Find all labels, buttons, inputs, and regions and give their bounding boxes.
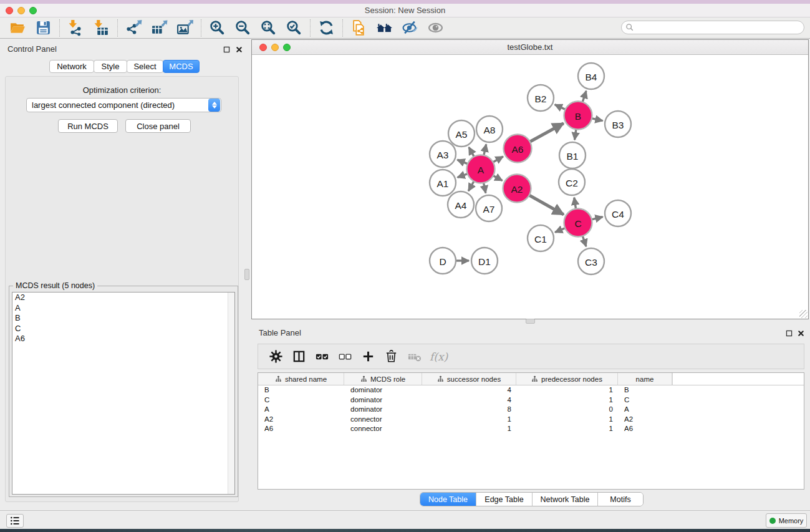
task-history-button[interactable] (6, 514, 24, 528)
tab-network-table[interactable]: Network Table (533, 493, 598, 506)
cell-MCDS-role[interactable]: dominator (344, 385, 422, 395)
cell-successor-nodes[interactable]: 1 (422, 424, 516, 434)
hide-graphics-details-eye-button[interactable] (397, 18, 423, 38)
float-control-panel-button[interactable] (223, 45, 231, 53)
node-A1[interactable]: A1 (430, 170, 456, 196)
node-C[interactable]: C (564, 209, 592, 237)
network-minimize-light[interactable] (271, 44, 279, 51)
tab-style[interactable]: Style (94, 60, 127, 73)
cell-shared-name[interactable]: B (258, 385, 344, 395)
import-network-button[interactable] (63, 18, 89, 38)
node-A8[interactable]: A8 (476, 116, 503, 142)
tab-motifs[interactable]: Motifs (598, 493, 643, 506)
export-table-button[interactable] (147, 18, 172, 38)
window-resize-grip[interactable] (799, 310, 808, 318)
table-row[interactable]: Adominator80A (258, 405, 804, 415)
duplicate-network-button[interactable] (346, 18, 372, 38)
close-control-panel-button[interactable] (235, 45, 243, 53)
add-column-plus-button[interactable] (357, 346, 380, 367)
cell-predecessor-nodes[interactable]: 1 (516, 415, 618, 425)
horizontal-split-handle[interactable] (526, 319, 535, 324)
tab-edge-table[interactable]: Edge Table (476, 493, 533, 506)
cell-name[interactable]: A6 (618, 424, 672, 434)
split-table-columns-button[interactable] (287, 346, 311, 367)
node-A2[interactable]: A2 (503, 175, 531, 203)
search-box[interactable] (621, 21, 804, 34)
node-C3[interactable]: C3 (578, 248, 604, 274)
cell-MCDS-role[interactable]: dominator (344, 405, 422, 415)
mcds-result-item[interactable]: B (12, 313, 234, 324)
table-row[interactable]: Bdominator41B (258, 385, 804, 395)
apply-layout-refresh-button[interactable] (314, 18, 339, 38)
memory-button[interactable]: Memory (766, 513, 807, 528)
close-window-light[interactable] (6, 7, 13, 14)
close-table-panel-button[interactable] (797, 329, 805, 337)
cell-successor-nodes[interactable]: 1 (422, 415, 516, 425)
tab-network[interactable]: Network (49, 60, 94, 73)
node-B2[interactable]: B2 (528, 85, 554, 111)
node-A6[interactable]: A6 (504, 135, 532, 163)
column-header-name[interactable]: name (618, 373, 672, 385)
network-window-titlebar[interactable]: testGlobe.txt (252, 40, 808, 55)
cell-predecessor-nodes[interactable]: 1 (516, 385, 618, 395)
search-input[interactable] (634, 23, 804, 32)
column-header-successor-nodes[interactable]: successor nodes (422, 373, 516, 385)
node-B4[interactable]: B4 (578, 63, 604, 89)
table-row[interactable]: Cdominator41C (258, 395, 804, 405)
import-table-button[interactable] (89, 18, 114, 38)
column-header-predecessor-nodes[interactable]: predecessor nodes (516, 373, 618, 385)
zoom-out-button[interactable] (230, 18, 256, 38)
minimize-window-light[interactable] (17, 7, 25, 14)
cell-name[interactable]: C (618, 395, 672, 405)
cell-successor-nodes[interactable]: 8 (422, 405, 516, 415)
node-D[interactable]: D (430, 248, 456, 274)
column-header-MCDS-role[interactable]: MCDS role (344, 373, 422, 385)
network-overview-home-button[interactable] (372, 18, 397, 38)
select-all-checkboxes-button[interactable] (311, 346, 334, 367)
cell-predecessor-nodes[interactable]: 0 (516, 405, 618, 415)
show-bird-eye-button[interactable] (423, 18, 448, 38)
mcds-result-item[interactable]: A6 (12, 334, 234, 344)
close-panel-button[interactable]: Close panel (125, 119, 191, 133)
cell-successor-nodes[interactable]: 4 (422, 395, 516, 405)
node-A3[interactable]: A3 (430, 141, 456, 167)
cell-name[interactable]: A (618, 405, 672, 415)
network-canvas[interactable]: B4B2BB3A5A8A6B1A3AA1C2A2A4A7C4CC1C3DD1 (252, 55, 808, 319)
node-C2[interactable]: C2 (559, 169, 585, 195)
table-row[interactable]: A6connector11A6 (258, 424, 804, 434)
node-D1[interactable]: D1 (471, 248, 498, 274)
node-A7[interactable]: A7 (476, 195, 502, 221)
cell-name[interactable]: B (618, 385, 672, 395)
node-B1[interactable]: B1 (559, 142, 586, 168)
float-table-panel-button[interactable] (785, 329, 793, 337)
open-session-button[interactable] (5, 18, 31, 38)
tab-mcds[interactable]: MCDS (163, 60, 200, 73)
column-header-shared-name[interactable]: shared name (258, 373, 344, 385)
export-image-button[interactable] (172, 18, 198, 38)
tab-node-table[interactable]: Node Table (420, 493, 476, 506)
vertical-split-handle[interactable] (244, 269, 249, 280)
zoom-fit-button[interactable] (256, 18, 281, 38)
cell-MCDS-role[interactable]: connector (344, 424, 422, 434)
result-list-scrollbar[interactable] (228, 293, 234, 494)
zoom-selected-button[interactable] (281, 18, 307, 38)
save-session-button[interactable] (31, 18, 56, 38)
mcds-result-item[interactable]: C (12, 324, 234, 334)
delete-column-trash-button[interactable] (380, 346, 403, 367)
node-C4[interactable]: C4 (605, 200, 631, 226)
node-A4[interactable]: A4 (448, 191, 474, 218)
cell-shared-name[interactable]: A2 (258, 415, 344, 425)
network-zoom-light[interactable] (283, 44, 291, 51)
node-C1[interactable]: C1 (528, 225, 554, 251)
cell-predecessor-nodes[interactable]: 1 (516, 424, 618, 434)
node-A[interactable]: A (467, 155, 495, 183)
zoom-in-button[interactable] (205, 18, 230, 38)
function-builder-button[interactable]: f(x) (430, 351, 448, 363)
zoom-window-light[interactable] (29, 7, 37, 14)
criterion-dropdown[interactable]: largest connected component (directed) (26, 98, 221, 112)
edge-A6-B[interactable] (528, 123, 564, 143)
export-network-button[interactable] (121, 18, 147, 38)
deselect-all-checkboxes-button[interactable] (334, 346, 357, 367)
cell-predecessor-nodes[interactable]: 1 (516, 395, 618, 405)
cell-shared-name[interactable]: A6 (258, 424, 344, 434)
